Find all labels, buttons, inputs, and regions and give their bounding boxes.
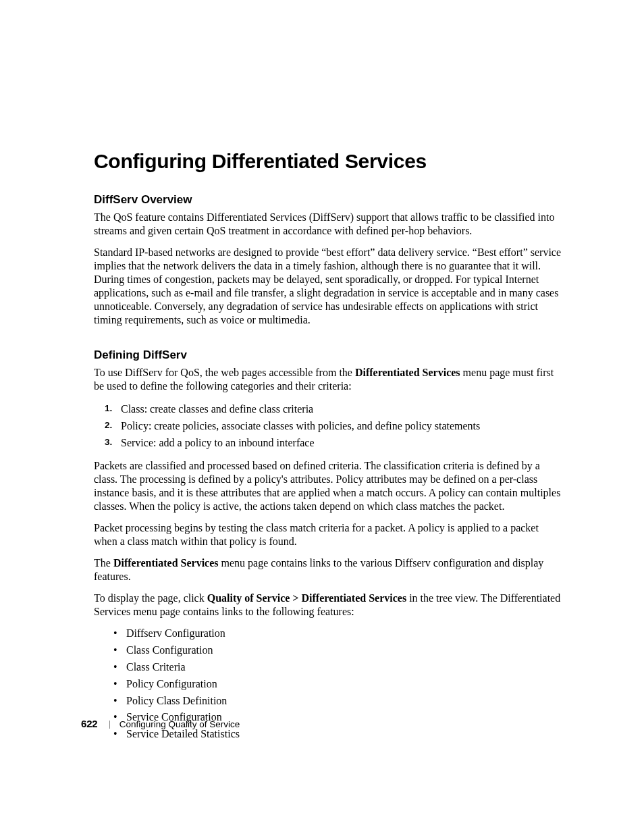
list-item: Policy Configuration [126,676,563,693]
page: Configuring Differentiated Services Diff… [0,0,644,834]
list-item: Diffserv Configuration [126,625,563,642]
list-item: Class Configuration [126,642,563,659]
paragraph: The QoS feature contains Differentiated … [94,211,563,238]
page-footer: 622 Configuring Quality of Service [81,718,240,729]
list-number: 3. [105,436,112,450]
list-text: Diffserv Configuration [126,627,225,639]
list-text: Policy Class Definition [126,695,227,706]
bold-text: Differentiated Services [355,367,460,378]
page-number: 622 [81,718,97,729]
list-item: 2.Policy: create policies, associate cla… [121,418,563,435]
page-title: Configuring Differentiated Services [94,150,563,173]
paragraph: Standard IP-based networks are designed … [94,246,563,327]
text: To display the page, click [94,592,207,604]
paragraph: The Differentiated Services menu page co… [94,556,563,583]
list-item: Class Criteria [126,659,563,676]
spacer [94,335,563,348]
list-text: Service: add a policy to an inbound inte… [121,437,315,448]
text: To use DiffServ for QoS, the web pages a… [94,367,355,378]
list-item: 3.Service: add a policy to an inbound in… [121,435,563,452]
list-text: Policy Configuration [126,678,217,689]
paragraph: To use DiffServ for QoS, the web pages a… [94,366,563,393]
footer-book-title: Configuring Quality of Service [119,719,240,729]
list-text: Class Configuration [126,644,213,656]
paragraph: Packets are classified and processed bas… [94,459,563,513]
list-text: Policy: create policies, associate class… [121,420,480,432]
list-text: Class Criteria [126,661,186,673]
ordered-list: 1.Class: create classes and define class… [94,401,563,451]
list-item: 1.Class: create classes and define class… [121,401,563,418]
footer-separator [109,721,110,729]
list-item: Policy Class Definition [126,693,563,710]
paragraph: Packet processing begins by testing the … [94,521,563,548]
heading-defining-diffserv: Defining DiffServ [94,348,563,362]
list-text: Service Detailed Statistics [126,728,240,739]
paragraph: To display the page, click Quality of Se… [94,592,563,619]
text: The [94,557,113,569]
list-text: Class: create classes and define class c… [121,403,313,415]
heading-diffserv-overview: DiffServ Overview [94,193,563,207]
breadcrumb-path: Quality of Service > Differentiated Serv… [207,592,406,604]
list-number: 2. [105,419,112,433]
bold-text: Differentiated Services [113,557,219,569]
list-number: 1. [105,402,112,416]
